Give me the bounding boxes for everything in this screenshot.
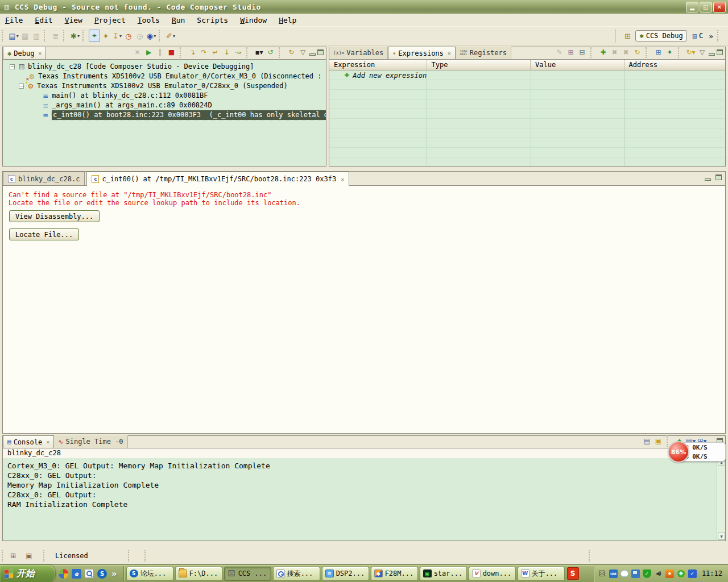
menu-window[interactable]: Window — [240, 16, 267, 24]
network-speed-widget[interactable]: ↑ 0K/S ↓ 0K/S 86% — [668, 441, 727, 464]
resume-button[interactable]: ▶ — [144, 48, 154, 57]
profile-clock-setup-button[interactable]: ◶ — [134, 30, 146, 42]
console-scrollbar[interactable]: ▲ ▼ — [717, 458, 725, 541]
show-logical-structure-button[interactable]: ⊞ — [566, 48, 576, 57]
build-button[interactable]: ≣ — [50, 30, 61, 42]
volume-icon[interactable]: ◀) — [654, 569, 663, 578]
task-word-doc[interactable]: W关于... — [518, 567, 565, 581]
new-button[interactable]: ▤▾ — [8, 30, 19, 42]
task-explorer-folder[interactable]: F:\D... — [175, 567, 222, 581]
tab-registers[interactable]: 10100101 Registers — [456, 47, 511, 59]
close-icon[interactable]: ✕ — [448, 50, 451, 56]
asm-step-over-button[interactable]: ↝ — [233, 48, 243, 57]
scroll-down-arrow[interactable]: ▼ — [718, 533, 725, 540]
perspective-ccs-debug[interactable]: ✱ CCS Debug — [635, 30, 686, 41]
task-star[interactable]: ◉star... — [420, 567, 467, 581]
locate-file-button[interactable]: Locate File... — [9, 228, 79, 240]
task-search[interactable]: 搜索... — [273, 567, 320, 581]
save-button[interactable]: ▦ — [19, 30, 31, 42]
ccs-tray-icon[interactable]: ⚄ — [598, 569, 606, 578]
step-into-button[interactable]: ↴ — [188, 48, 197, 57]
debug-button[interactable]: ✱▾ — [69, 30, 81, 42]
load-program-button[interactable]: ↧▾ — [111, 30, 123, 42]
expander-icon[interactable]: − — [19, 84, 24, 89]
restart-button[interactable]: ↻ — [287, 48, 296, 57]
column-header-address[interactable]: Address — [624, 60, 725, 70]
media-launcher-icon[interactable] — [59, 569, 68, 579]
view-menu-button[interactable]: ▽ — [697, 48, 707, 57]
task-ccs[interactable]: ⚄CCS ... — [224, 567, 271, 581]
tab-single-time[interactable]: ∿ Single Time -0 — [54, 435, 127, 448]
connect-target-button[interactable]: ⌖ — [89, 30, 100, 42]
security-shield-icon[interactable]: ✓ — [643, 569, 651, 578]
quick-launch-overflow[interactable]: » — [111, 568, 117, 579]
restore-debug-state-button[interactable]: ✦ — [100, 30, 111, 42]
menu-scripts[interactable]: Scripts — [197, 16, 228, 24]
pin-view-button[interactable]: ✦ — [665, 48, 675, 57]
tree-item-stack-frame-c-int00[interactable]: ≡ c_int00() at boot28.inc:223 0x0003F3 (… — [42, 110, 326, 120]
search-tool-icon[interactable] — [85, 569, 94, 578]
start-button[interactable]: 开始 — [0, 565, 55, 582]
tab-blinky-source[interactable]: c blinky_dc_c28.c — [3, 172, 85, 185]
view-disassembly-button[interactable]: View Disassembly... — [9, 210, 100, 222]
column-header-value[interactable]: Value — [531, 60, 624, 70]
tree-item-stack-frame-args-main[interactable]: ≡ _args_main() at args_main.c:89 0x00824… — [42, 101, 212, 110]
fast-view-button[interactable]: ⊞ — [8, 551, 18, 561]
perspective-overflow-chevron[interactable]: » — [709, 32, 713, 40]
task-f28m[interactable]: ◆F28M... — [371, 567, 418, 581]
taskbar-clock[interactable]: 11:12 — [702, 569, 722, 577]
menu-file[interactable]: File — [5, 16, 23, 24]
menu-edit[interactable]: Edit — [35, 16, 52, 24]
browser-s-icon[interactable]: S — [97, 569, 107, 579]
tree-item-stack-frame-main[interactable]: ≡ main() at blinky_dc_c28.c:112 0x0081BF — [42, 91, 208, 101]
open-perspective-button[interactable]: ⊞ — [622, 30, 633, 42]
restore-button[interactable]: ◱ — [700, 2, 712, 13]
close-icon[interactable]: ✕ — [38, 50, 42, 56]
tab-expressions[interactable]: ✶ Expressions ✕ — [388, 47, 456, 59]
minimize-view-button[interactable] — [309, 53, 316, 56]
minimize-view-button[interactable] — [709, 53, 715, 56]
step-return-button[interactable]: ↵ — [210, 48, 220, 57]
clear-console-button[interactable]: ▤ — [642, 436, 652, 446]
memory-usage-ball[interactable]: 86% — [668, 441, 689, 463]
column-header-type[interactable]: Type — [427, 60, 531, 70]
core-select-button[interactable]: ▪▾ — [254, 48, 264, 57]
weather-tray-icon[interactable] — [621, 570, 628, 577]
safety-plus-icon[interactable]: ✚ — [677, 569, 685, 578]
terminate-button[interactable]: ■ — [167, 48, 176, 57]
task-element-icon[interactable]: ▣ — [24, 551, 34, 561]
target-config-button[interactable]: ◉▾ — [146, 30, 157, 42]
column-header-expression[interactable]: Expression — [329, 60, 427, 70]
tree-item-launch[interactable]: − ⚄ blinky_dc_c28 [Code Composer Studio … — [10, 62, 254, 72]
remove-terminated-button[interactable]: ✕ — [133, 48, 142, 57]
maximize-view-button[interactable] — [317, 49, 324, 55]
tree-item-c28-core[interactable]: − ⚙ Texas Instruments XDS100v2 USB Emula… — [19, 81, 288, 91]
pinyin-tray-icon[interactable]: ✓ — [688, 569, 697, 578]
um-tray-icon[interactable]: UM — [609, 569, 618, 578]
task-dsp2[interactable]: ≡DSP2... — [322, 567, 369, 581]
save-all-button[interactable]: ▥ — [31, 30, 42, 42]
close-icon[interactable]: ✕ — [341, 176, 344, 182]
suspend-button[interactable]: ‖ — [155, 48, 165, 57]
menu-run[interactable]: Run — [172, 16, 185, 24]
asm-step-into-button[interactable]: ↓ — [222, 48, 231, 57]
task-download[interactable]: Vdown... — [469, 567, 516, 581]
add-new-expression-row[interactable]: ✚ Add new expression — [329, 70, 427, 80]
expander-icon[interactable]: − — [10, 64, 15, 69]
trace-pen-button[interactable]: ✐▾ — [165, 30, 176, 42]
maximize-view-button[interactable] — [717, 49, 723, 55]
show-type-names-button[interactable]: ✎ — [555, 48, 564, 57]
network-tray-icon[interactable] — [631, 569, 640, 578]
maximize-editor-button[interactable] — [715, 174, 722, 180]
menu-view[interactable]: View — [65, 16, 82, 24]
task-forum[interactable]: S论坛... — [126, 567, 173, 581]
menu-tools[interactable]: Tools — [138, 16, 160, 24]
sogou-button[interactable]: S — [567, 567, 579, 580]
tab-console[interactable]: ▤ Console ✕ — [3, 435, 54, 448]
add-expression-button[interactable]: ✚ — [598, 48, 608, 57]
tab-c-int00-source[interactable]: c c_int00() at /tmp/TI_MKLIBxv1Ejf/SRC/b… — [86, 172, 349, 186]
tree-item-cortex-core[interactable]: ⚙ Texas Instruments XDS100v2 USB Emulato… — [19, 72, 326, 81]
internet-explorer-icon[interactable]: e — [72, 569, 81, 579]
remove-expression-button[interactable]: ✖ — [610, 48, 619, 57]
menu-project[interactable]: Project — [94, 16, 126, 24]
